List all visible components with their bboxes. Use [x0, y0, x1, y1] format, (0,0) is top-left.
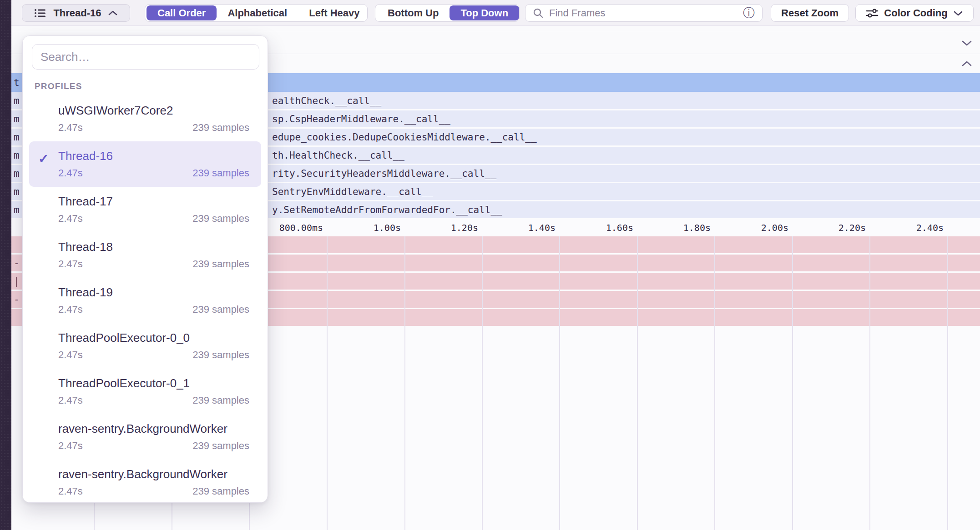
profile-option[interactable]: raven-sentry.BackgroundWorker 2.47s 239 …: [29, 414, 261, 460]
frame-label: SentryEnvMiddleware.__call__: [272, 186, 433, 197]
sort-segmented-control: Call Order Alphabetical Left Heavy: [145, 4, 368, 22]
frame-label: y.SetRemoteAddrFromForwardedFor.__call__: [272, 205, 502, 215]
frame-text-fragment: |: [14, 276, 20, 287]
frame-text-fragment: -: [14, 258, 20, 269]
profile-name: uWSGIWorker7Core2: [58, 104, 249, 118]
thread-selector-label: Thread-16: [53, 7, 101, 19]
list-icon: [34, 8, 47, 19]
profiles-dropdown: PROFILES uWSGIWorker7Core2 2.47s 239 sam…: [22, 35, 268, 503]
profile-samples: 239 samples: [192, 213, 249, 225]
profile-name: raven-sentry.BackgroundWorker: [58, 422, 249, 436]
profile-option[interactable]: uWSGIWorker7Core2 2.47s 239 samples: [29, 96, 261, 141]
profile-name: Thread-19: [58, 285, 249, 300]
profiles-section-label: PROFILES: [35, 81, 268, 91]
axis-tick-label: 2.20s: [801, 222, 866, 234]
profile-samples: 239 samples: [192, 485, 249, 497]
profile-name: Thread-18: [58, 240, 249, 254]
axis-tick-label: 800.00ms: [258, 222, 323, 234]
find-frames-input[interactable]: [549, 7, 738, 19]
time-gridline: [559, 236, 560, 530]
profile-name: ThreadPoolExecutor-0_1: [58, 376, 249, 390]
profile-samples: 239 samples: [192, 440, 249, 452]
time-gridline: [869, 236, 870, 530]
frame-label: ealthCheck.__call__: [272, 95, 381, 106]
canvas-top-strip: [11, 26, 980, 32]
frame-text-fragment: m: [14, 186, 20, 197]
profile-option[interactable]: Thread-18 2.47s 239 samples: [29, 232, 261, 278]
profile-duration: 2.47s: [58, 485, 83, 497]
time-gridline: [404, 236, 405, 530]
info-icon[interactable]: ⓘ: [743, 5, 755, 21]
time-gridline: [792, 236, 793, 530]
axis-tick-label: 1.40s: [491, 222, 556, 234]
frame-text-fragment: m: [14, 168, 20, 179]
axis-tick-label: 1.20s: [414, 222, 478, 234]
axis-tick-label: 1.60s: [569, 222, 633, 234]
direction-bottom-up-button[interactable]: Bottom Up: [377, 5, 450, 20]
frame-label: sp.CspHeaderMiddleware.__call__: [272, 114, 450, 125]
sort-left-heavy-button[interactable]: Left Heavy: [298, 5, 370, 20]
frame-text-fragment: m: [14, 95, 20, 106]
direction-segmented-control: Bottom Up Top Down: [375, 4, 520, 22]
sliders-icon: [866, 8, 879, 19]
profile-option[interactable]: Thread-17 2.47s 239 samples: [29, 187, 261, 232]
time-gridline: [482, 236, 483, 530]
app-sidebar-strip: [0, 0, 11, 530]
axis-tick-label: 1.00s: [336, 222, 401, 234]
checkmark-icon: ✓: [38, 151, 49, 166]
search-icon: [533, 8, 544, 19]
axis-tick-label: 2.40s: [879, 222, 944, 234]
time-gridline: [637, 236, 638, 530]
profile-option[interactable]: raven-sentry.BackgroundWorker 2.47s 239 …: [29, 460, 261, 503]
chevron-down-icon: [953, 10, 963, 16]
profile-samples: 239 samples: [192, 395, 249, 406]
sort-call-order-button[interactable]: Call Order: [146, 5, 217, 20]
profile-name: Thread-17: [58, 195, 249, 209]
chevron-up-icon: [108, 10, 118, 16]
frame-text-fragment: m: [14, 132, 20, 143]
profile-option[interactable]: ThreadPoolExecutor-0_1 2.47s 239 samples: [29, 369, 261, 414]
frame-text-fragment: m: [14, 205, 20, 215]
frame-text-fragment: m: [14, 114, 20, 125]
profile-duration: 2.47s: [58, 304, 83, 315]
profiles-search-input[interactable]: [32, 44, 259, 70]
time-gridline: [947, 236, 948, 530]
profile-samples: 239 samples: [192, 122, 249, 134]
profile-option-selected[interactable]: ✓ Thread-16 2.47s 239 samples: [29, 141, 261, 187]
time-gridline: [327, 236, 328, 530]
profile-duration: 2.47s: [58, 122, 83, 134]
frame-text-fragment: t: [14, 77, 20, 88]
time-gridline: [714, 236, 715, 530]
profile-name: raven-sentry.BackgroundWorker: [58, 467, 249, 481]
sort-alphabetical-button[interactable]: Alphabetical: [217, 5, 298, 20]
find-frames-searchbox[interactable]: ⓘ: [525, 4, 763, 22]
profile-duration: 2.47s: [58, 395, 83, 406]
profile-samples: 239 samples: [192, 167, 249, 179]
thread-selector-button[interactable]: Thread-16: [22, 4, 130, 22]
chevron-down-icon[interactable]: [961, 40, 973, 47]
direction-top-down-button[interactable]: Top Down: [450, 5, 519, 20]
reset-zoom-button[interactable]: Reset Zoom: [771, 4, 849, 22]
profile-option[interactable]: ThreadPoolExecutor-0_0 2.47s 239 samples: [29, 323, 261, 369]
frame-label: edupe_cookies.DedupeCookiesMiddleware.__…: [272, 132, 537, 143]
color-coding-button[interactable]: Color Coding: [855, 4, 974, 22]
chevron-up-icon[interactable]: [961, 60, 973, 67]
profile-name: ThreadPoolExecutor-0_0: [58, 331, 249, 345]
frame-text-fragment: -: [14, 294, 20, 305]
flamegraph-toolbar: Thread-16 Call Order Alphabetical Left H…: [11, 0, 980, 26]
profile-name: Thread-16: [58, 149, 249, 163]
profile-duration: 2.47s: [58, 213, 83, 225]
profile-samples: 239 samples: [192, 349, 249, 361]
profile-duration: 2.47s: [58, 440, 83, 452]
profile-duration: 2.47s: [58, 258, 83, 270]
axis-tick-label: 2.00s: [724, 222, 788, 234]
profile-samples: 239 samples: [192, 304, 249, 315]
axis-tick-label: 1.80s: [646, 222, 711, 234]
profile-samples: 239 samples: [192, 258, 249, 270]
color-coding-label: Color Coding: [884, 7, 947, 19]
frame-label: th.HealthCheck.__call__: [272, 150, 404, 161]
frame-text-fragment: m: [14, 150, 20, 161]
profile-option[interactable]: Thread-19 2.47s 239 samples: [29, 278, 261, 323]
profile-duration: 2.47s: [58, 349, 83, 361]
frame-label: rity.SecurityHeadersMiddleware.__call__: [272, 168, 496, 179]
